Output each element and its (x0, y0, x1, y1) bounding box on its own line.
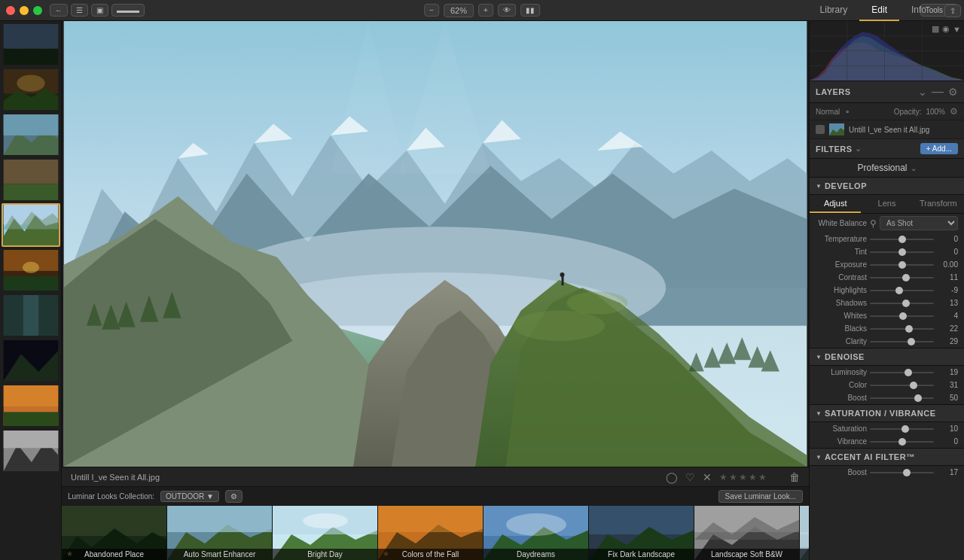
circle-icon[interactable]: ◯ (666, 471, 678, 483)
delete-icon[interactable]: 🗑 (789, 471, 800, 483)
shadows-track[interactable] (870, 303, 934, 304)
wb-select[interactable]: As Shot Auto Daylight Cloudy Custom (880, 216, 958, 230)
filters-chevron[interactable]: ⌄ (855, 144, 862, 154)
filmstrip-thumb-5[interactable] (2, 203, 60, 247)
bottom-bar: Untill I_ve Seen it All.jpg ◯ ♡ ✕ ★ ★ ★ … (62, 467, 809, 486)
look-item-daydreams[interactable]: Daydreams (484, 506, 589, 560)
saturation-track[interactable] (870, 428, 934, 430)
look-item-fixdark[interactable]: Fix Dark Landscape (589, 506, 694, 560)
view-icon[interactable]: 👁 (498, 4, 516, 17)
histogram-icon-2[interactable]: ◉ (942, 24, 950, 34)
filmstrip-thumb-8[interactable] (2, 339, 60, 382)
color-denoise-thumb[interactable] (910, 382, 917, 389)
look-item-landscape-bw[interactable]: Landscape Soft B&W (694, 506, 800, 560)
looks-collection-button[interactable]: OUTDOOR ▼ (160, 491, 219, 502)
vibrance-thumb[interactable] (898, 438, 906, 446)
look-item-misty[interactable]: Misty Lan... (800, 506, 809, 560)
tint-track[interactable] (870, 251, 934, 253)
filmstrip-thumb-9[interactable] (2, 384, 60, 428)
denoise-header[interactable]: ▼ Denoise (810, 348, 964, 366)
tint-thumb[interactable] (898, 248, 906, 256)
filmstrip-thumb-10[interactable] (2, 429, 60, 473)
look-item-fall[interactable]: ★ Colors of the Fall (378, 506, 484, 560)
look-item-bright[interactable]: Bright Day (273, 506, 378, 560)
whites-thumb[interactable] (899, 312, 907, 320)
back-button[interactable]: ← (50, 4, 68, 17)
tab-info[interactable]: Info (899, 0, 938, 21)
clarity-track[interactable] (870, 341, 934, 342)
accent-boost-track[interactable] (870, 472, 934, 473)
luminosity-thumb[interactable] (905, 369, 912, 376)
heart-icon[interactable]: ♡ (685, 471, 695, 483)
blacks-track[interactable] (870, 328, 934, 330)
luminosity-label: Luminosity (816, 368, 867, 376)
zoom-increase-button[interactable]: + (478, 4, 493, 17)
wb-eyedropper-icon[interactable]: ⚲ (870, 218, 877, 229)
temperature-thumb[interactable] (898, 236, 906, 243)
filmstrip-thumb-1[interactable] (2, 23, 60, 66)
look-item-abandoned[interactable]: ★ Abandoned Place (62, 506, 167, 560)
filmstrip-thumb-6[interactable] (2, 248, 60, 292)
layers-minus[interactable]: — (932, 85, 944, 99)
reject-icon[interactable]: ✕ (703, 471, 712, 483)
blacks-thumb[interactable] (905, 325, 913, 333)
looks-settings-button[interactable]: ⚙ (225, 490, 243, 503)
tab-library[interactable]: Library (808, 0, 860, 21)
maximize-button[interactable] (33, 6, 42, 15)
layers-gear[interactable]: ⚙ (948, 86, 958, 98)
luminosity-track[interactable] (870, 372, 934, 373)
svg-rect-31 (3, 385, 58, 406)
filmstrip-button[interactable]: ▬▬▬ (111, 4, 145, 17)
shadows-thumb[interactable] (902, 300, 910, 307)
denoise-boost-track[interactable] (870, 397, 934, 399)
layers-chevron[interactable]: ⌄ (918, 86, 927, 98)
layer-visibility-icon[interactable] (816, 125, 825, 134)
exposure-track[interactable] (870, 264, 934, 266)
whites-track[interactable] (870, 315, 934, 317)
saturation-header[interactable]: ▼ Saturation / Vibrance (810, 404, 964, 422)
layers-blend-mode[interactable]: Normal (816, 108, 840, 116)
save-looks-button[interactable]: Save Luminar Look... (718, 490, 804, 503)
close-button[interactable] (6, 6, 15, 15)
zoom-decrease-button[interactable]: − (424, 4, 439, 17)
vibrance-track[interactable] (870, 441, 934, 443)
temperature-track[interactable] (870, 239, 934, 240)
list-button[interactable]: ☰ (71, 4, 88, 17)
accent-boost-thumb[interactable] (903, 469, 911, 476)
contrast-track[interactable] (870, 277, 934, 278)
filmstrip-thumb-3[interactable] (2, 113, 60, 157)
develop-section-header[interactable]: ▼ Develop (810, 178, 964, 195)
look-item-auto[interactable]: Auto Smart Enhancer (167, 506, 273, 560)
star-rating[interactable]: ★ ★ ★ ★ ★ (719, 472, 767, 482)
layers-settings-icon[interactable]: ⚙ (950, 106, 958, 117)
contrast-thumb[interactable] (902, 274, 910, 282)
layer-item[interactable]: Untill I_ve Seen it All.jpg (810, 120, 964, 139)
highlights-track[interactable] (870, 290, 934, 291)
color-denoise-track[interactable] (870, 385, 934, 386)
layers-section-header[interactable]: LAYERS ⌄ — ⚙ (810, 81, 964, 103)
tab-edit[interactable]: Edit (859, 0, 899, 21)
denoise-triangle: ▼ (816, 354, 822, 361)
denoise-boost-thumb[interactable] (914, 394, 922, 402)
sub-tab-lens[interactable]: Lens (861, 195, 912, 213)
clarity-thumb[interactable] (908, 338, 915, 345)
saturation-thumb[interactable] (901, 425, 909, 433)
histogram-icon-1[interactable]: ▦ (932, 24, 939, 34)
split-view-button[interactable]: ▮▮ (520, 4, 540, 17)
add-filter-button[interactable]: + Add... (920, 143, 958, 154)
export-button[interactable]: ⇧ (944, 5, 961, 17)
highlights-thumb[interactable] (895, 287, 903, 294)
filmstrip-thumb-2[interactable] (2, 68, 60, 111)
filmstrip-thumb-7[interactable] (2, 294, 60, 337)
sub-tab-adjust[interactable]: Adjust (810, 195, 861, 213)
histogram-dropdown[interactable]: ▼ (953, 25, 961, 34)
filmstrip-thumb-4[interactable] (2, 158, 60, 202)
blacks-row: Blacks 22 (810, 322, 964, 335)
exposure-thumb[interactable] (898, 261, 906, 269)
minimize-button[interactable] (20, 6, 29, 15)
svg-rect-85 (378, 506, 483, 532)
view-button[interactable]: ▣ (91, 4, 108, 17)
professional-preset-button[interactable]: Professional ⌄ (810, 159, 964, 178)
sub-tab-transform[interactable]: Transform (913, 195, 964, 213)
accent-header[interactable]: ▼ Accent AI Filter™ (810, 448, 964, 466)
